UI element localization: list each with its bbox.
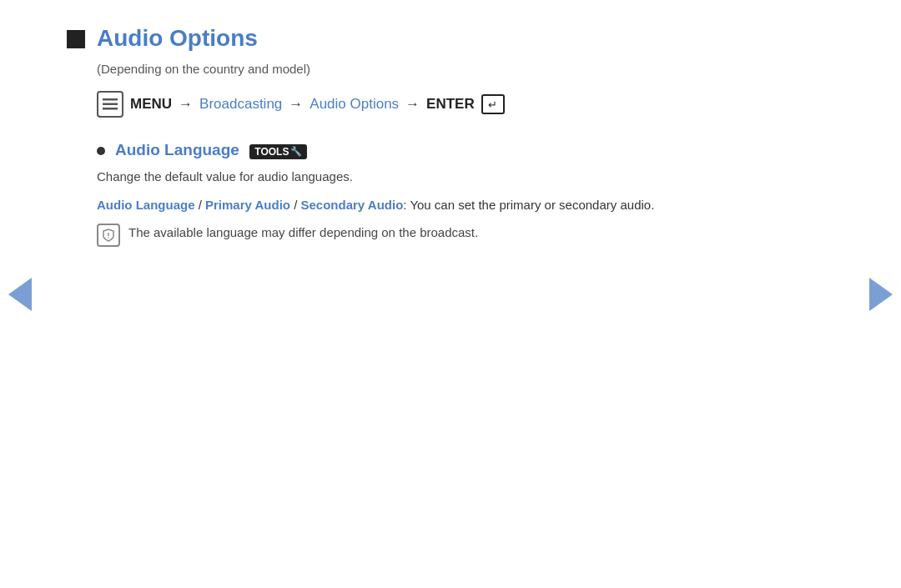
tools-icon: 🔧	[290, 146, 302, 157]
bullet-content: Audio Language TOOLS 🔧	[115, 141, 307, 159]
svg-point-4	[108, 237, 108, 238]
links-text-after: : You can set the primary or secondary a…	[403, 198, 654, 212]
arrow-3: →	[405, 96, 420, 113]
secondary-audio-link[interactable]: Secondary Audio	[301, 198, 404, 212]
enter-icon: ↵	[481, 94, 505, 114]
arrow-1: →	[179, 96, 193, 113]
prev-page-arrow[interactable]	[8, 278, 32, 311]
note-text: The available language may differ depend…	[128, 224, 478, 243]
page-title: Audio Options	[97, 25, 258, 52]
item-description: Change the default value for audio langu…	[97, 168, 768, 187]
page-content: Audio Options (Depending on the country …	[0, 0, 834, 272]
next-page-arrow[interactable]	[869, 278, 893, 311]
section: Audio Language TOOLS 🔧 Change the defaul…	[97, 141, 768, 247]
menu-label: MENU	[130, 96, 172, 113]
audio-language-link[interactable]: Audio Language	[97, 198, 195, 212]
subtitle: (Depending on the country and model)	[97, 62, 768, 76]
slash-2: /	[290, 198, 301, 212]
bullet-dot	[97, 147, 105, 155]
tools-badge-text: TOOLS	[254, 146, 289, 158]
svg-rect-2	[103, 108, 118, 110]
svg-rect-0	[103, 98, 118, 101]
audio-options-link[interactable]: Audio Options	[310, 96, 399, 113]
item-links-row: Audio Language / Primary Audio / Seconda…	[97, 195, 768, 215]
bullet-item-audio-language: Audio Language TOOLS 🔧	[97, 141, 768, 159]
note-icon	[97, 224, 120, 247]
enter-label: ENTER	[426, 96, 475, 113]
slash-1: /	[195, 198, 206, 212]
menu-icon	[97, 91, 123, 118]
tools-badge: TOOLS 🔧	[249, 144, 307, 159]
arrow-2: →	[289, 96, 303, 113]
note-row: The available language may differ depend…	[97, 224, 768, 247]
svg-rect-1	[103, 103, 118, 106]
broadcasting-link[interactable]: Broadcasting	[199, 96, 282, 113]
audio-language-label: Audio Language	[115, 141, 239, 158]
primary-audio-link[interactable]: Primary Audio	[205, 198, 290, 212]
title-icon	[67, 30, 85, 48]
title-row: Audio Options	[67, 25, 768, 52]
breadcrumb: MENU → Broadcasting → Audio Options → EN…	[97, 91, 768, 118]
